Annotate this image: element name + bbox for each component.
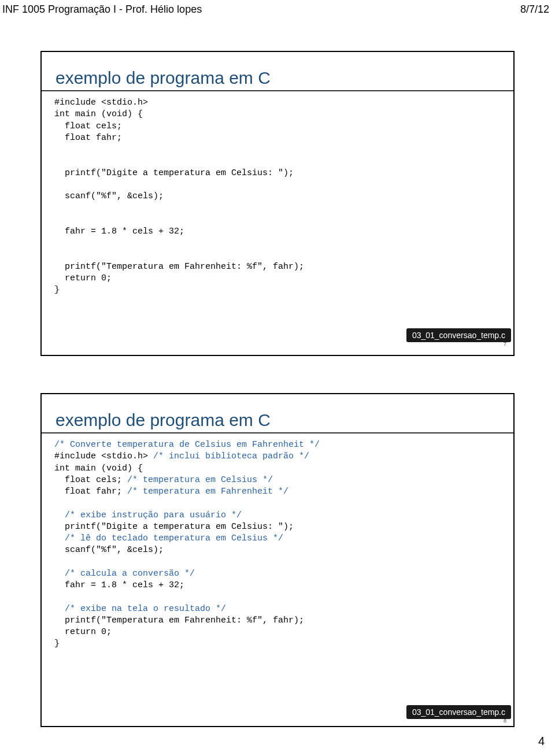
slide-title: exemplo de programa em C (56, 410, 502, 430)
slide-1: exemplo de programa em C #include <stdio… (40, 51, 515, 356)
slide-number: 7 (504, 341, 506, 347)
header-left: INF 1005 Programação I - Prof. Hélio lop… (2, 3, 202, 16)
page-number: 4 (538, 735, 545, 748)
slide-number: 8 (504, 718, 506, 724)
filename-badge: 03_01_conversao_temp.c (406, 705, 511, 719)
header-right: 8/7/12 (520, 3, 549, 16)
slide-2: exemplo de programa em C /* Converte tem… (40, 393, 515, 727)
code-block: /* Converte temperatura de Celsius em Fa… (54, 439, 502, 650)
page: INF 1005 Programação I - Prof. Hélio lop… (0, 0, 555, 756)
separator (42, 432, 513, 433)
code-block: #include <stdio.h>int main (void) { floa… (54, 97, 502, 296)
separator (42, 90, 513, 91)
slide-title: exemplo de programa em C (56, 68, 502, 88)
filename-badge: 03_01_conversao_temp.c (406, 328, 511, 342)
